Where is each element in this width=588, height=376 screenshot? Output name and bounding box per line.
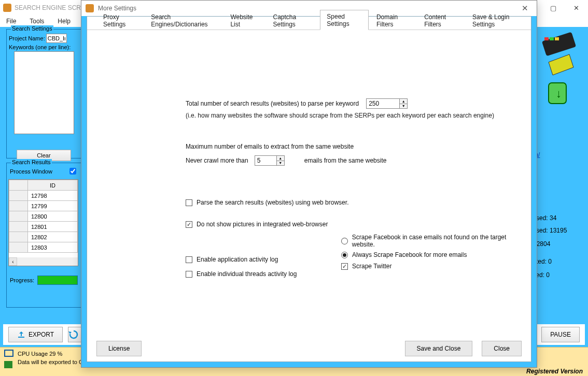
- progress-label: Progress:: [10, 277, 34, 283]
- menu-file[interactable]: File: [6, 18, 16, 25]
- close-button-dialog[interactable]: Close: [482, 341, 522, 356]
- progress-bar: [37, 276, 78, 285]
- spinner-icon[interactable]: ▲▼: [399, 99, 407, 108]
- more-settings-dialog: More Settings ✕ Proxy Settings Search En…: [81, 0, 537, 368]
- keywords-label: Keywords (one per line):: [9, 44, 71, 50]
- dialog-icon: [86, 4, 94, 12]
- scrape-fb-if-label: Scrape Facebook in case emails not found…: [352, 234, 528, 248]
- svg-rect-1: [544, 37, 549, 40]
- save-and-close-button[interactable]: Save and Close: [405, 341, 473, 356]
- never-crawl-label: Never crawl more than: [186, 157, 248, 164]
- search-results-group: Search Results Process Window ID 12798 1…: [6, 163, 81, 308]
- svg-rect-0: [542, 32, 576, 56]
- decorative-graphics: ↓: [533, 31, 580, 114]
- dialog-footer: License Save and Close Close: [87, 336, 531, 361]
- never-crawl-suffix: emails from the same website: [304, 157, 387, 164]
- refresh-icon: [68, 329, 79, 340]
- results-grid[interactable]: ID 12798 12799 12800 12801 12802 12803 ‹: [8, 179, 78, 266]
- tab-website-list[interactable]: Website List: [223, 10, 265, 30]
- max-emails-label: Maximum number of emails to extract from…: [186, 143, 521, 150]
- cpu-icon: [4, 350, 13, 357]
- tab-captcha[interactable]: Captcha Settings: [266, 10, 319, 30]
- scrape-twitter-label: Scrape Twitter: [352, 263, 391, 270]
- keywords-textarea[interactable]: [14, 51, 74, 134]
- export-button[interactable]: EXPORT: [8, 327, 63, 342]
- close-button[interactable]: ✕: [565, 0, 588, 16]
- registered-label: Registered Version: [526, 368, 583, 375]
- scroll-left-icon[interactable]: ‹: [9, 257, 17, 266]
- tab-save-login[interactable]: Save & Login Settings: [466, 10, 530, 30]
- stat-line: ssed: 13195: [533, 227, 567, 234]
- settings-tabs: Proxy Settings Search Engines/Dictionari…: [87, 17, 531, 30]
- total-results-label: Total number of search results (websites…: [186, 100, 359, 107]
- never-crawl-field[interactable]: 5 ▲▼: [255, 155, 285, 166]
- menu-tools[interactable]: Tools: [30, 18, 44, 25]
- project-name-field[interactable]: [46, 34, 67, 43]
- process-window-label: Process Window: [10, 168, 52, 175]
- tab-domain-filters[interactable]: Domain Filters: [370, 10, 416, 30]
- spinner-icon[interactable]: ▲▼: [276, 156, 284, 165]
- tab-search-engines[interactable]: Search Engines/Dictionaries: [144, 10, 222, 30]
- parse-browser-checkbox[interactable]: Parse the search results (websites) usin…: [186, 199, 521, 206]
- app-log-label: Enable application activity log: [197, 256, 278, 263]
- never-crawl-value: 5: [257, 157, 261, 164]
- license-button[interactable]: License: [96, 341, 142, 356]
- pause-button[interactable]: PAUSE: [541, 327, 580, 342]
- speed-settings-panel: Total number of search results (websites…: [87, 31, 531, 336]
- app-icon: [3, 4, 11, 12]
- project-name-label: Project Name:: [9, 35, 45, 41]
- table-row[interactable]: 12801: [28, 222, 78, 232]
- maximize-button[interactable]: ▢: [541, 0, 565, 16]
- svg-marker-4: [549, 54, 573, 75]
- scrape-fb-always-radio[interactable]: Always Scrape Facebook for more emails: [341, 251, 528, 258]
- tab-speed[interactable]: Speed Settings: [320, 10, 369, 30]
- svg-marker-7: [68, 331, 72, 334]
- search-settings-group: Search Settings Project Name: Keywords (…: [6, 29, 81, 158]
- svg-rect-2: [550, 37, 554, 40]
- total-results-value: 250: [369, 100, 379, 107]
- scrape-fb-if-radio[interactable]: Scrape Facebook in case emails not found…: [341, 234, 528, 248]
- tab-proxy[interactable]: Proxy Settings: [96, 10, 143, 30]
- tab-content-filters[interactable]: Content Filters: [417, 10, 465, 30]
- total-results-field[interactable]: 250 ▲▼: [366, 98, 408, 109]
- search-results-title: Search Results: [11, 159, 52, 165]
- export-label: EXPORT: [29, 331, 54, 338]
- upload-icon: [17, 330, 25, 339]
- no-pictures-checkbox[interactable]: Do not show pictures in integrated web-b…: [186, 221, 521, 228]
- table-row[interactable]: 12803: [28, 242, 78, 253]
- excel-icon: [4, 361, 12, 368]
- svg-rect-3: [555, 37, 559, 40]
- threads-log-label: Enable individual threads activity log: [197, 270, 297, 278]
- search-settings-title: Search Settings: [11, 25, 53, 32]
- no-pictures-label: Do not show pictures in integrated web-b…: [197, 221, 328, 228]
- table-row[interactable]: 12802: [28, 232, 78, 242]
- scrape-fb-always-label: Always Scrape Facebook for more emails: [352, 251, 467, 258]
- parse-browser-label: Parse the search results (websites) usin…: [197, 199, 348, 206]
- total-results-hint: (i.e. how many websites the software sho…: [186, 112, 521, 119]
- menu-help[interactable]: Help: [58, 18, 71, 25]
- scrape-twitter-checkbox[interactable]: Scrape Twitter: [341, 263, 528, 270]
- process-window-checkbox[interactable]: [69, 168, 76, 175]
- id-header: ID: [28, 180, 78, 191]
- table-row[interactable]: 12800: [28, 211, 78, 222]
- table-row[interactable]: 12799: [28, 201, 78, 211]
- pause-label: PAUSE: [550, 331, 571, 338]
- grid-scrollbar[interactable]: ‹: [9, 257, 78, 266]
- svg-text:↓: ↓: [556, 87, 562, 100]
- table-row[interactable]: 12798: [28, 191, 78, 201]
